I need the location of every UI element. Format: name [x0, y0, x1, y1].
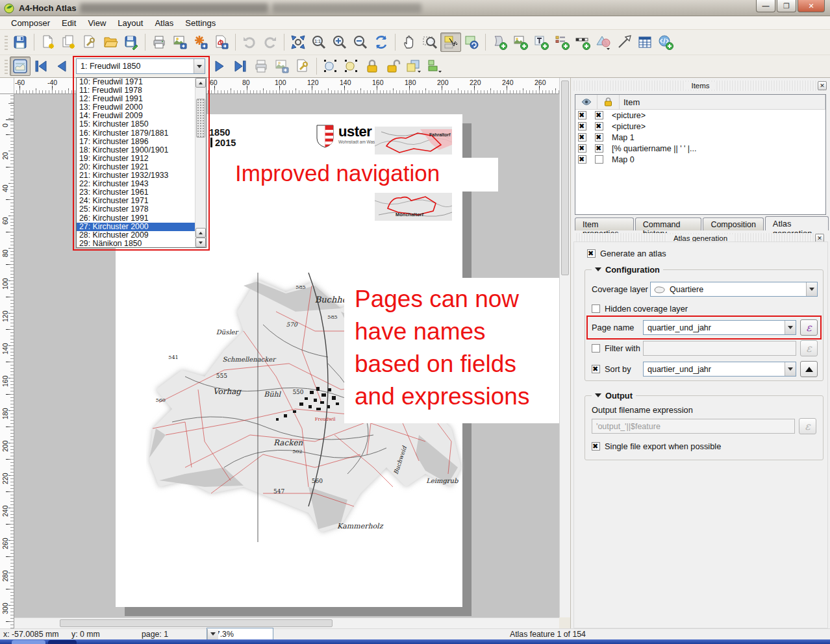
combo-dropdown-button[interactable]	[194, 59, 205, 73]
composition-manager-button[interactable]	[79, 32, 100, 52]
panel-tab[interactable]: Item properties	[575, 217, 634, 230]
table-row[interactable]: [% quartiername || ' ' |...	[575, 143, 825, 154]
export-image-button[interactable]	[170, 32, 190, 52]
undo-button[interactable]	[239, 32, 260, 52]
combo-dropdown-button[interactable]	[207, 629, 218, 640]
scroll-down-button[interactable]	[195, 238, 206, 247]
export-pdf-button[interactable]	[211, 32, 232, 52]
scrollbar-thumb[interactable]	[196, 99, 205, 138]
table-row[interactable]: <picture>	[575, 110, 825, 121]
lock-checkbox[interactable]	[595, 155, 603, 164]
toolbar-grip[interactable]	[5, 58, 8, 74]
canvas-horizontal-scrollbar[interactable]	[14, 617, 559, 628]
visibility-checkbox[interactable]	[578, 144, 586, 153]
refresh-button[interactable]	[371, 32, 392, 52]
zoom-in-button[interactable]	[329, 32, 350, 52]
menu-item[interactable]: Settings	[179, 17, 221, 29]
page-name-combobox[interactable]: quartier_und_jahr	[643, 320, 796, 335]
coverage-layer-combobox[interactable]: Quartiere	[650, 282, 818, 297]
toolbar-grip[interactable]	[5, 34, 8, 50]
sort-checkbox[interactable]	[592, 365, 600, 373]
scroll-up-button-2[interactable]	[195, 228, 206, 238]
lock-column-header[interactable]	[597, 95, 620, 109]
panel-tab[interactable]: Command history	[635, 217, 702, 230]
table-row[interactable]: Map 0	[575, 154, 825, 165]
zoom-tool-button[interactable]	[420, 32, 440, 52]
sort-direction-button[interactable]	[800, 361, 818, 377]
visibility-checkbox[interactable]	[578, 122, 586, 130]
combo-dropdown-button[interactable]	[806, 282, 817, 296]
combo-dropdown-button[interactable]	[785, 321, 796, 334]
horizontal-scrollbar-thumb[interactable]	[60, 619, 333, 627]
dropdown-item[interactable]: 16: Kirchuster 1879/1881	[77, 129, 206, 138]
dropdown-item[interactable]: 25: Kirchuster 1978	[77, 205, 206, 214]
export-atlas-button[interactable]	[271, 56, 292, 76]
zoom-out-button[interactable]	[350, 32, 371, 52]
dropdown-item[interactable]: 15: Kirchuster 1850	[77, 120, 206, 129]
canvas-vertical-scrollbar[interactable]	[559, 78, 570, 617]
select-move-item-button[interactable]	[440, 32, 461, 52]
add-attribute-table-button[interactable]	[635, 32, 655, 52]
item-column-header[interactable]: Item	[620, 95, 825, 109]
previous-feature-button[interactable]	[51, 56, 72, 76]
add-scalebar-button[interactable]	[572, 32, 593, 52]
duplicate-composition-button[interactable]	[58, 32, 79, 52]
overview-map-thumbnail-2[interactable]: Mönchaltorf	[375, 193, 452, 221]
output-group-title[interactable]: Output	[592, 390, 636, 401]
dropdown-item[interactable]: 19: Kirchuster 1912	[77, 155, 206, 163]
zoom-actual-button[interactable]: 1:1	[308, 32, 329, 52]
dropdown-scrollbar[interactable]	[195, 78, 206, 247]
lock-checkbox[interactable]	[595, 122, 603, 130]
visibility-checkbox[interactable]	[578, 155, 586, 164]
add-legend-button[interactable]	[551, 32, 572, 52]
lock-checkbox[interactable]	[595, 111, 603, 119]
vertical-scrollbar-thumb[interactable]	[561, 80, 569, 275]
align-items-button[interactable]	[424, 56, 445, 76]
configuration-group-title[interactable]: Configuration	[592, 264, 663, 275]
unlock-items-button[interactable]	[383, 56, 403, 76]
dropdown-item[interactable]: 29: Nänikon 1850	[77, 240, 206, 248]
ungroup-items-button[interactable]	[341, 56, 362, 76]
lock-checkbox[interactable]	[595, 144, 603, 153]
hidden-coverage-checkbox[interactable]	[592, 304, 600, 313]
dropdown-item[interactable]: 28: Kirchuster 2009	[77, 231, 206, 240]
sort-combobox[interactable]: quartier_und_jahr	[643, 362, 796, 377]
dropdown-item[interactable]: 17: Kirchuster 1896	[77, 138, 206, 146]
add-arrow-button[interactable]	[614, 32, 635, 52]
raise-items-button[interactable]	[403, 56, 424, 76]
dropdown-item[interactable]: 27: Kirchuster 2000	[77, 223, 206, 231]
atlas-feature-combobox[interactable]: 1: Freudwil 1850	[76, 58, 205, 74]
group-items-button[interactable]	[320, 56, 341, 76]
menu-item[interactable]: Atlas	[149, 17, 179, 29]
atlas-preview-button[interactable]	[10, 56, 31, 76]
first-feature-button[interactable]	[31, 56, 51, 76]
menu-item[interactable]: View	[82, 17, 112, 29]
next-feature-button[interactable]	[209, 56, 230, 76]
filter-expression-button[interactable]: ε	[800, 340, 818, 356]
combo-dropdown-button[interactable]	[785, 362, 796, 376]
atlas-feature-dropdown-list[interactable]: 10: Freudwil 197111: Freudwil 197812: Fr…	[76, 77, 207, 248]
output-filename-expression-button[interactable]: ε	[799, 418, 816, 434]
dropdown-item[interactable]: 18: Kirchuster 1900/1901	[77, 146, 206, 155]
dropdown-item[interactable]: 26: Kirchuster 1991	[77, 214, 206, 223]
restore-button[interactable]: ❐	[777, 0, 796, 12]
add-image-button[interactable]	[510, 32, 531, 52]
atlas-settings-button[interactable]	[292, 56, 313, 76]
move-item-content-button[interactable]	[461, 32, 482, 52]
menu-item[interactable]: Layout	[112, 17, 149, 29]
add-label-button[interactable]	[531, 32, 551, 52]
table-row[interactable]: Map 1	[575, 132, 825, 143]
add-map-button[interactable]	[489, 32, 510, 52]
new-composition-button[interactable]	[38, 32, 58, 52]
save-as-template-button[interactable]	[121, 32, 142, 52]
overview-map-thumbnail-1[interactable]: Fahraltorf	[375, 127, 452, 155]
scroll-up-button[interactable]	[195, 78, 206, 88]
table-row[interactable]: <picture>	[575, 121, 825, 132]
close-button[interactable]: ✕	[798, 0, 825, 12]
panel-tab[interactable]: Atlas generation	[765, 216, 829, 230]
add-html-button[interactable]	[655, 32, 676, 52]
zoom-full-button[interactable]	[288, 32, 308, 52]
open-button[interactable]	[100, 32, 121, 52]
print-button[interactable]	[149, 32, 170, 52]
last-feature-button[interactable]	[230, 56, 251, 76]
